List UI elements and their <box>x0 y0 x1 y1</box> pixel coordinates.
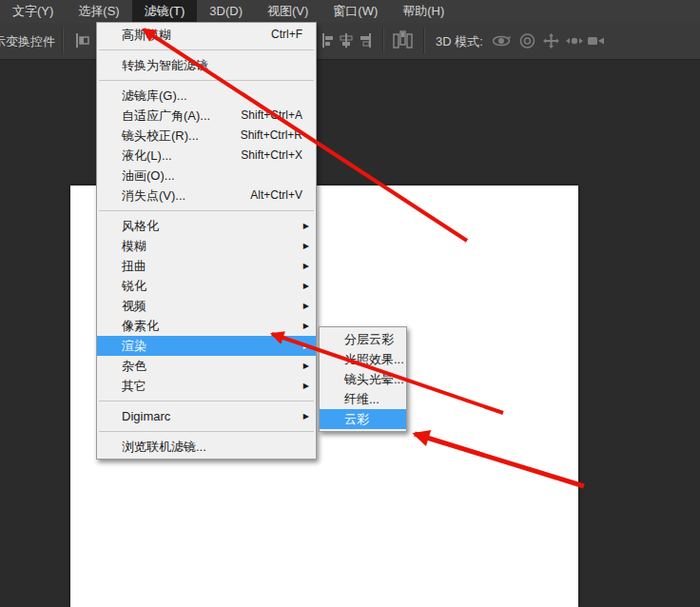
distribute-horizontal-centers-icon[interactable] <box>339 32 355 49</box>
render-submenu-item-lens-flare[interactable]: 镜头光晕... <box>320 369 406 389</box>
menubar-item-window[interactable]: 窗口(W) <box>321 0 390 23</box>
menu-item-label: 渲染 <box>122 339 146 353</box>
filter-menu-separator <box>99 210 314 211</box>
filter-menu-item-digimarc[interactable]: Digimarc▶ <box>97 406 316 426</box>
menu-item-label: 镜头光晕... <box>344 372 404 386</box>
menu-item-label: 模糊 <box>122 239 146 253</box>
menu-item-label: 转换为智能滤镜 <box>122 58 208 72</box>
submenu-arrow-icon: ▶ <box>303 316 309 336</box>
menu-item-label: 其它 <box>122 379 146 393</box>
auto-align-layers-icon[interactable] <box>392 30 414 50</box>
menu-item-label: 高斯模糊 <box>122 28 171 42</box>
render-submenu-item-difference-clouds[interactable]: 分层云彩 <box>320 329 406 349</box>
menu-item-shortcut: Shift+Ctrl+A <box>241 106 302 126</box>
filter-menu-separator <box>99 49 314 50</box>
menu-item-label: 锐化 <box>122 279 146 293</box>
menubar-item-3d[interactable]: 3D(D) <box>197 0 255 23</box>
align-left-icon[interactable] <box>74 32 91 49</box>
orbit-3d-icon[interactable] <box>491 32 512 49</box>
zoom-3d-camera-icon[interactable] <box>587 32 606 49</box>
menubar-item-view[interactable]: 视图(V) <box>255 0 321 23</box>
menu-item-label: 纤维... <box>344 392 379 406</box>
menu-item-label: 消失点(V)... <box>122 188 185 203</box>
submenu-arrow-icon: ▶ <box>303 276 309 296</box>
distribute-right-edges-icon[interactable] <box>358 32 374 49</box>
render-submenu-item-lighting-effects[interactable]: 光照效果... <box>320 349 406 369</box>
3d-mode-label: 3D 模式: <box>436 33 483 50</box>
menu-item-label: 自适应广角(A)... <box>122 108 210 123</box>
filter-menu-item-filter-gallery[interactable]: 滤镜库(G)... <box>97 86 316 106</box>
menu-item-label: 光照效果... <box>344 352 404 366</box>
menu-item-label: 滤镜库(G)... <box>122 88 187 103</box>
toolbar-divider <box>62 29 64 53</box>
submenu-arrow-icon: ▶ <box>303 406 309 426</box>
filter-menu-panel: 高斯模糊Ctrl+F转换为智能滤镜滤镜库(G)...自适应广角(A)...Shi… <box>96 22 317 460</box>
menubar-item-help[interactable]: 帮助(H) <box>390 0 457 23</box>
menu-item-label: 分层云彩 <box>344 332 394 346</box>
menu-item-label: 镜头校正(R)... <box>122 128 199 143</box>
submenu-arrow-icon: ▶ <box>303 336 309 356</box>
submenu-arrow-icon: ▶ <box>303 296 309 316</box>
filter-menu-item-convert-smart-filters[interactable]: 转换为智能滤镜 <box>97 55 316 75</box>
render-submenu-item-fibers[interactable]: 纤维... <box>320 389 406 409</box>
filter-menu-item-sharpen[interactable]: 锐化▶ <box>97 276 316 296</box>
menu-item-shortcut: Alt+Ctrl+V <box>250 186 302 206</box>
menu-item-label: 浏览联机滤镜... <box>122 440 206 454</box>
filter-menu-item-stylize[interactable]: 风格化▶ <box>97 216 316 236</box>
filter-menu-item-liquify[interactable]: 液化(L)...Shift+Ctrl+X <box>97 146 316 166</box>
filter-menu-separator <box>99 401 314 401</box>
menu-item-shortcut: Shift+Ctrl+R <box>241 126 302 146</box>
menubar-item-filter[interactable]: 滤镜(T) <box>132 0 198 23</box>
submenu-arrow-icon: ▶ <box>303 356 309 376</box>
menu-item-label: 像素化 <box>122 319 159 333</box>
menubar-item-type[interactable]: 文字(Y) <box>0 0 66 23</box>
align-vertical-centers-icon[interactable] <box>321 32 335 49</box>
submenu-arrow-icon: ▶ <box>303 216 309 236</box>
filter-menu-separator <box>99 80 314 81</box>
menu-item-shortcut: Ctrl+F <box>271 25 302 45</box>
menu-item-label: 杂色 <box>122 359 146 373</box>
show-transform-controls-label: 示变换控件 <box>0 33 55 50</box>
pan-3d-icon[interactable] <box>542 32 560 49</box>
roll-3d-icon[interactable] <box>518 32 536 49</box>
filter-menu-item-distort[interactable]: 扭曲▶ <box>97 256 316 276</box>
submenu-arrow-icon: ▶ <box>303 256 309 276</box>
filter-menu-item-browse-filters-online[interactable]: 浏览联机滤镜... <box>97 437 316 457</box>
filter-menu-item-other[interactable]: 其它▶ <box>97 376 316 396</box>
filter-menu-item-video[interactable]: 视频▶ <box>97 296 316 316</box>
menu-item-label: Digimarc <box>122 409 170 423</box>
submenu-arrow-icon: ▶ <box>303 376 309 396</box>
filter-menu-item-vanishing-point[interactable]: 消失点(V)...Alt+Ctrl+V <box>97 186 316 206</box>
menubar-item-select[interactable]: 选择(S) <box>66 0 131 23</box>
menu-bar: 文字(Y)选择(S)滤镜(T)3D(D)视图(V)窗口(W)帮助(H) <box>0 0 700 23</box>
menu-item-label: 云彩 <box>344 412 369 426</box>
menu-item-shortcut: Shift+Ctrl+X <box>241 146 302 166</box>
render-submenu-panel: 分层云彩光照效果...镜头光晕...纤维...云彩 <box>319 326 407 432</box>
filter-menu-item-pixelate[interactable]: 像素化▶ <box>97 316 316 336</box>
menu-item-label: 风格化 <box>122 219 159 233</box>
filter-menu-item-adaptive-wide-angle[interactable]: 自适应广角(A)...Shift+Ctrl+A <box>97 106 316 126</box>
menu-item-label: 视频 <box>122 299 146 313</box>
filter-menu-separator <box>99 431 314 432</box>
filter-menu-item-blur[interactable]: 模糊▶ <box>97 236 316 256</box>
filter-menu-item-noise[interactable]: 杂色▶ <box>97 356 316 376</box>
menu-item-label: 液化(L)... <box>122 148 172 163</box>
toolbar-divider <box>423 29 425 53</box>
menu-item-label: 油画(O)... <box>122 168 175 183</box>
filter-menu-item-oil-paint[interactable]: 油画(O)... <box>97 166 316 186</box>
menu-item-label: 扭曲 <box>122 259 146 273</box>
submenu-arrow-icon: ▶ <box>303 236 309 256</box>
filter-menu-item-gaussian-blur[interactable]: 高斯模糊Ctrl+F <box>97 25 316 45</box>
filter-menu-item-render[interactable]: 渲染▶ <box>97 336 316 356</box>
render-submenu-item-clouds[interactable]: 云彩 <box>320 409 406 429</box>
slide-3d-icon[interactable] <box>565 32 584 49</box>
toolbar-divider <box>382 29 384 53</box>
filter-menu-item-lens-correction[interactable]: 镜头校正(R)...Shift+Ctrl+R <box>97 126 316 146</box>
